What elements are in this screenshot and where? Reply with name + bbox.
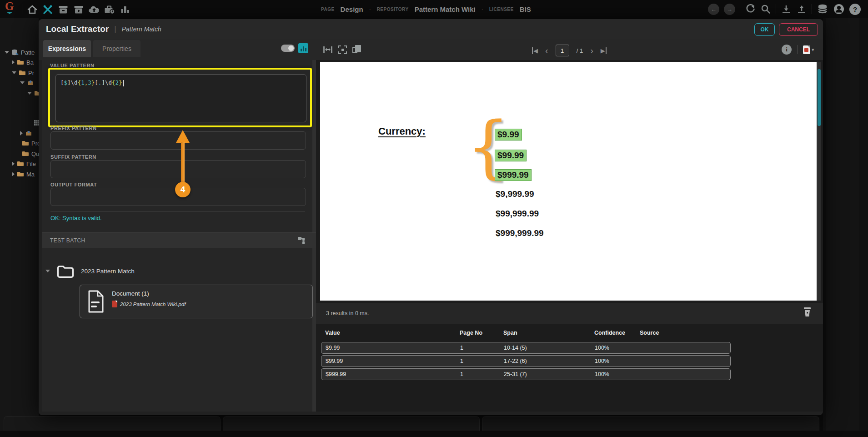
diagnostics-toggle[interactable] bbox=[281, 45, 295, 52]
breadcrumb: PAGE Design · REPOSITORY Pattern Match W… bbox=[321, 0, 531, 18]
forward-button[interactable]: → bbox=[724, 4, 735, 15]
results-summary: 3 results in 0 ms. bbox=[326, 310, 369, 316]
first-page-button[interactable]: ◀ bbox=[532, 47, 538, 54]
test-batch-title: TEST BATCH bbox=[50, 237, 85, 244]
fit-width-button[interactable] bbox=[323, 45, 333, 55]
divider bbox=[776, 4, 776, 14]
tree-item[interactable] bbox=[0, 119, 39, 127]
document-filename: 2023 Pattern Match Wiki.pdf bbox=[120, 301, 186, 307]
batches-button[interactable] bbox=[57, 4, 69, 15]
upload-button[interactable] bbox=[796, 4, 807, 15]
batch-tree-view-button[interactable] bbox=[298, 236, 306, 245]
page-label: PAGE bbox=[321, 7, 335, 12]
expander-right-icon[interactable] bbox=[12, 60, 15, 65]
tree-item[interactable] bbox=[0, 79, 39, 87]
design-tools-button[interactable] bbox=[42, 4, 54, 15]
result-row[interactable]: $9.99 1 10-14 (5) 100% bbox=[321, 342, 731, 354]
tree-item[interactable]: Ba bbox=[0, 58, 39, 66]
database-button[interactable] bbox=[817, 3, 828, 15]
licensee-value[interactable]: BIS bbox=[520, 5, 531, 13]
tab-expressions[interactable]: Expressions bbox=[43, 40, 91, 57]
result-page: 1 bbox=[460, 371, 504, 377]
folder-icon bbox=[34, 90, 39, 96]
document-page[interactable]: Currency: { $9.99 $99.99 $999.99 $9,999.… bbox=[320, 62, 817, 301]
bar-chart-icon bbox=[120, 4, 130, 15]
search-button[interactable] bbox=[760, 4, 771, 15]
page-value[interactable]: Design bbox=[341, 5, 363, 13]
home-button[interactable] bbox=[26, 4, 38, 15]
import-button[interactable] bbox=[88, 4, 100, 15]
marquee-zoom-button[interactable] bbox=[338, 45, 347, 54]
tree-item[interactable]: Pro bbox=[0, 139, 39, 147]
clear-results-button[interactable] bbox=[803, 306, 812, 317]
download-button[interactable] bbox=[781, 4, 792, 15]
expander-down-icon[interactable] bbox=[20, 81, 25, 84]
expander-down-icon[interactable] bbox=[45, 270, 50, 272]
tree-item-label: Ba bbox=[26, 59, 34, 66]
app-logo[interactable]: G bbox=[5, 1, 14, 14]
statistics-button[interactable] bbox=[298, 43, 308, 53]
column-header[interactable]: Span bbox=[503, 330, 594, 336]
breadcrumb-dot: · bbox=[482, 6, 483, 12]
viewer-scrollbar[interactable] bbox=[817, 62, 821, 301]
expander-down-icon[interactable] bbox=[12, 71, 16, 74]
page-total: / 1 bbox=[577, 47, 583, 54]
tab-properties[interactable]: Properties bbox=[93, 40, 140, 57]
help-button[interactable]: ? bbox=[849, 4, 861, 15]
tools-icon bbox=[42, 4, 53, 15]
column-header[interactable]: Value bbox=[325, 330, 460, 336]
expander-right-icon[interactable] bbox=[12, 172, 15, 176]
export-pdf-button[interactable]: ▾ bbox=[803, 45, 814, 54]
cancel-button[interactable]: CANCEL bbox=[779, 23, 818, 36]
tree-item[interactable]: File bbox=[0, 160, 39, 168]
jobs-button[interactable] bbox=[104, 4, 115, 15]
column-header[interactable]: Source bbox=[640, 330, 731, 336]
matched-value: $99.99 bbox=[495, 150, 527, 161]
tree-item[interactable]: Ma bbox=[0, 170, 39, 178]
content-model-icon bbox=[27, 80, 34, 86]
tab-expressions-label: Expressions bbox=[48, 45, 86, 52]
result-page: 1 bbox=[460, 345, 504, 351]
topbar-right-controls: ← → ? bbox=[708, 0, 861, 18]
value-pattern-input[interactable]: [$]\d{1,3}[.]\d{2} bbox=[55, 74, 306, 122]
expander-down-icon[interactable] bbox=[27, 92, 32, 95]
output-format-label: OUTPUT FORMAT bbox=[50, 182, 97, 187]
column-header[interactable]: Confidence bbox=[594, 330, 640, 336]
tree-item[interactable] bbox=[0, 129, 39, 137]
suffix-pattern-input[interactable] bbox=[50, 160, 306, 178]
tree-item[interactable]: Pr bbox=[0, 69, 39, 77]
viewer-scrollbar-thumb[interactable] bbox=[818, 69, 821, 126]
test-batch-header: TEST BATCH bbox=[42, 232, 316, 248]
info-button[interactable]: i bbox=[782, 45, 792, 55]
batch-folder-row[interactable]: 2023 Pattern Match bbox=[45, 264, 135, 278]
result-row[interactable]: $999.99 1 25-31 (7) 100% bbox=[321, 368, 731, 380]
repository-value[interactable]: Pattern Match Wiki bbox=[415, 5, 476, 13]
document-card[interactable]: Document (1) 2023 Pattern Match Wiki.pdf bbox=[80, 285, 313, 318]
info-icon: i bbox=[786, 46, 788, 53]
back-button[interactable]: ← bbox=[708, 4, 719, 15]
refresh-button[interactable] bbox=[745, 4, 756, 15]
last-page-button[interactable]: ▶ bbox=[601, 47, 607, 54]
document-icon bbox=[87, 290, 105, 313]
next-page-button[interactable]: › bbox=[590, 45, 593, 56]
column-header[interactable]: Page No bbox=[460, 330, 503, 336]
expander-right-icon[interactable] bbox=[12, 161, 15, 166]
tree-item[interactable]: Patte bbox=[0, 48, 39, 56]
tab-strip: Expressions Properties bbox=[39, 39, 823, 60]
expander-down-icon[interactable] bbox=[5, 51, 9, 54]
tree-item[interactable]: Qu bbox=[0, 150, 39, 158]
result-row[interactable]: $99.99 1 17-22 (6) 100% bbox=[321, 355, 731, 367]
processing-button[interactable] bbox=[73, 4, 85, 15]
user-button[interactable] bbox=[833, 3, 845, 15]
expander-right-icon[interactable] bbox=[20, 131, 23, 136]
stats-button[interactable] bbox=[119, 4, 131, 15]
copy-pages-button[interactable] bbox=[352, 45, 362, 55]
callout-step-number: 4 bbox=[181, 185, 186, 195]
page-number-input[interactable]: 1 bbox=[556, 45, 569, 56]
tree-item[interactable] bbox=[0, 89, 39, 97]
ok-button[interactable]: OK bbox=[754, 23, 775, 36]
app-window: G PAGE Design · REPOSITORY bbox=[0, 0, 868, 437]
previous-page-button[interactable]: ‹ bbox=[545, 45, 548, 56]
tree-item-label: Qu bbox=[31, 151, 39, 157]
dialog-header: Local Extractor | Pattern Match OK CANCE… bbox=[39, 19, 823, 39]
